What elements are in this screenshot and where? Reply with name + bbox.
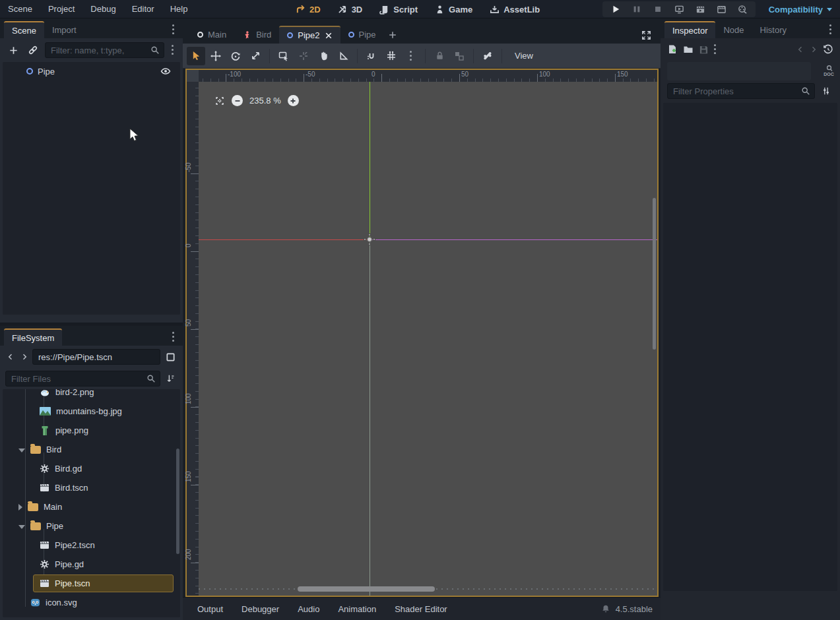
file-row-pipe-gd[interactable]: Pipe.gd [3,555,180,574]
h-scroll-thumb[interactable] [298,586,435,592]
chevron-down-icon[interactable] [18,525,25,529]
inspector-back-button[interactable] [796,46,804,53]
play-custom-scene-button[interactable] [712,0,730,18]
scene-tab-main[interactable]: Main [189,26,234,44]
new-scene-tab-button[interactable] [384,26,401,44]
workspace-script-button[interactable]: Script [379,5,418,15]
menu-help[interactable]: Help [162,0,196,18]
history-back-button[interactable] [5,349,16,365]
play-scene-button[interactable] [691,0,709,18]
list-select-tool-button[interactable] [275,47,293,65]
select-tool-button[interactable] [187,47,205,65]
scene-tab-bird[interactable]: Bird [234,26,279,44]
folder-row-pipe[interactable]: Pipe [3,516,180,536]
save-resource-button[interactable] [699,45,709,55]
inspector-dock-menu-button[interactable] [825,21,836,38]
workspace-2d-button[interactable]: 2D [296,5,321,15]
audio-panel-button[interactable]: Audio [291,602,326,617]
scene-tab-pipe2[interactable]: Pipe2 [279,26,340,44]
pan-tool-button[interactable] [314,47,333,65]
viewport-area[interactable]: 235.8 % [199,82,657,596]
debugger-panel-button[interactable]: Debugger [235,602,286,617]
load-resource-button[interactable] [683,44,694,55]
stop-button[interactable] [649,0,667,18]
tab-scene[interactable]: Scene [4,21,44,38]
scene-dock-menu-button[interactable] [168,21,179,38]
snap-options-button[interactable] [402,47,420,65]
2d-viewport[interactable]: -100 -50 0 50 100 150 -50 0 50 100 150 2… [185,69,659,597]
play-button[interactable] [606,0,625,18]
instance-scene-button[interactable] [25,42,41,58]
resource-menu-button[interactable] [714,44,717,55]
scene-tab-pipe[interactable]: Pipe [340,26,384,44]
scene-tree-node-pipe[interactable]: Pipe [3,62,180,80]
node-position-gizmo[interactable] [365,235,374,244]
filter-files-input[interactable] [5,371,160,387]
view-menu-button[interactable]: View [507,47,541,65]
file-sort-button[interactable] [164,371,178,387]
renderer-select[interactable]: Compatibility [765,0,836,18]
menu-debug[interactable]: Debug [82,0,123,18]
file-row-pipe-png[interactable]: pipe.png [3,421,180,440]
current-path-field[interactable] [32,349,160,365]
tab-filesystem[interactable]: FileSystem [4,328,62,346]
center-view-icon[interactable] [214,96,225,106]
file-row-bird-tscn[interactable]: Bird.tscn [3,478,180,497]
canvas-h-scrollbar[interactable] [199,586,657,592]
zoom-out-button[interactable] [232,95,243,106]
close-icon[interactable] [325,32,333,40]
scene-filter-input[interactable] [45,42,164,58]
open-docs-button[interactable]: DOC [818,61,840,80]
file-row-bird2-png[interactable]: bird-2.png [3,389,180,402]
visibility-eye-icon[interactable] [160,66,171,77]
history-forward-button[interactable] [19,349,30,365]
menu-scene[interactable]: Scene [0,0,40,18]
chevron-down-icon[interactable] [18,449,25,452]
v-scroll-thumb[interactable] [653,198,656,350]
rotate-tool-button[interactable] [226,47,245,65]
remote-debug-button[interactable] [670,0,688,18]
toggle-split-mode-button[interactable] [163,349,178,365]
scale-tool-button[interactable] [246,47,265,65]
menu-project[interactable]: Project [40,0,82,18]
output-panel-button[interactable]: Output [191,602,230,617]
file-row-mountains-bg[interactable]: mountains-bg.jpg [3,402,180,421]
new-resource-button[interactable] [667,44,678,55]
property-tools-button[interactable] [819,86,833,96]
notification-bell-icon[interactable] [601,604,610,613]
tab-inspector[interactable]: Inspector [664,21,715,38]
zoom-in-button[interactable] [288,95,299,106]
version-label[interactable]: 4.5.stable [616,604,653,614]
smart-snap-button[interactable] [362,47,381,65]
grid-snap-button[interactable] [382,47,401,65]
folder-row-bird[interactable]: Bird [3,440,180,459]
file-row-bird-gd[interactable]: Bird.gd [3,459,180,478]
filter-properties-input[interactable] [667,83,815,99]
group-selection-button[interactable] [450,47,468,65]
zoom-percent-label[interactable]: 235.8 % [249,96,281,106]
filesystem-dock-menu-button[interactable] [168,328,179,346]
tab-import[interactable]: Import [44,21,84,38]
menu-editor[interactable]: Editor [124,0,162,18]
workspace-3d-button[interactable]: 3D [338,5,363,15]
canvas-v-scrollbar[interactable] [651,82,657,596]
pivot-tool-button[interactable] [294,47,313,65]
lock-selection-button[interactable] [430,47,449,65]
file-row-pipe-tscn-selected[interactable]: Pipe.tscn [3,574,180,593]
chevron-right-icon[interactable] [18,504,22,511]
skeleton-options-button[interactable] [478,47,497,65]
move-tool-button[interactable] [207,47,225,65]
pause-button[interactable] [628,0,646,18]
workspace-game-button[interactable]: Game [435,5,472,15]
add-node-button[interactable] [5,42,21,58]
expand-viewport-button[interactable] [637,26,655,44]
folder-row-main[interactable]: Main [3,497,180,516]
animation-panel-button[interactable]: Animation [331,602,383,617]
tab-node[interactable]: Node [715,21,752,38]
shader-editor-panel-button[interactable]: Shader Editor [388,602,454,617]
file-tree-scrollbar[interactable] [176,449,179,554]
object-history-button[interactable] [823,44,833,55]
tab-history[interactable]: History [752,21,794,38]
ruler-tool-button[interactable] [334,47,352,65]
file-row-pipe2-tscn[interactable]: Pipe2.tscn [3,536,180,555]
